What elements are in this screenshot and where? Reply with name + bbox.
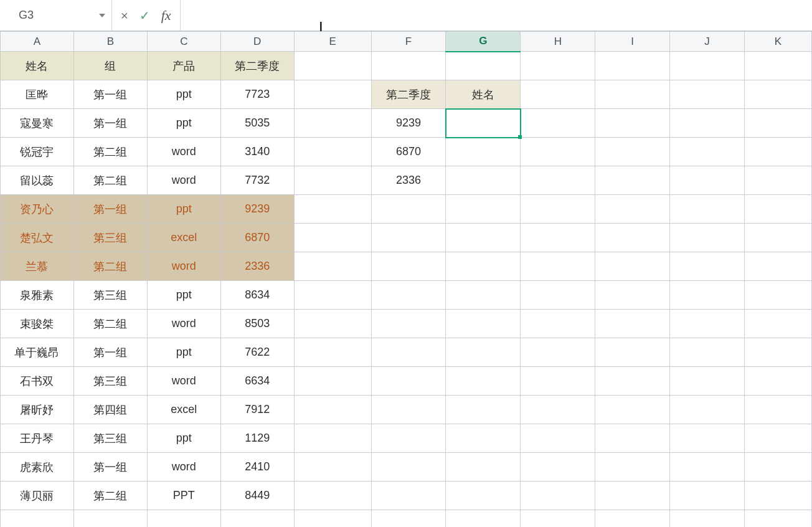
cell-F9[interactable] [371,281,446,310]
cell-C4[interactable]: word [147,138,220,166]
cell-K9[interactable] [745,281,812,310]
cell-A13[interactable]: 屠昕妤 [1,396,74,424]
cell-G13[interactable] [446,396,521,424]
cell-A8[interactable]: 兰慕 [1,252,74,281]
cell-K3[interactable] [745,109,812,138]
cell-J8[interactable] [670,252,745,281]
cell-J7[interactable] [670,224,745,252]
cell-B6[interactable]: 第一组 [73,195,147,224]
cell-F8[interactable] [371,252,446,281]
cell-I16[interactable] [595,482,670,510]
cell-D8[interactable]: 2336 [220,252,294,281]
cell-C16[interactable]: PPT [147,482,220,510]
col-header-F[interactable]: F [371,32,446,52]
cell-I10[interactable] [595,310,670,338]
cell-G14[interactable] [446,424,521,453]
cell-D11[interactable]: 7622 [220,338,294,367]
cell-I5[interactable] [595,166,670,195]
cell-D6[interactable]: 9239 [220,195,294,224]
cell-E5[interactable] [294,166,371,195]
confirm-icon[interactable]: ✓ [139,9,150,22]
cell-K14[interactable] [745,424,812,453]
cell-H17[interactable] [521,510,595,528]
col-header-C[interactable]: C [147,32,220,52]
cell-D2[interactable]: 7723 [220,80,294,109]
cell-B14[interactable]: 第三组 [73,424,147,453]
cancel-icon[interactable]: × [121,9,128,22]
cell-I8[interactable] [595,252,670,281]
cell-B2[interactable]: 第一组 [73,80,147,109]
cell-G9[interactable] [446,281,521,310]
cell-A15[interactable]: 虎素欣 [1,453,74,482]
cell-H11[interactable] [521,338,595,367]
cell-G3[interactable] [446,109,521,138]
cell-G17[interactable] [446,510,521,528]
cell-K17[interactable] [745,510,812,528]
cell-E14[interactable] [294,424,371,453]
col-header-E[interactable]: E [294,32,371,52]
cell-A7[interactable]: 楚弘文 [1,224,74,252]
cell-I13[interactable] [595,396,670,424]
grid-table[interactable]: A B C D E F G H I J K 姓名 组 产品 第二季度 [0,31,812,527]
fx-icon[interactable]: fx [161,9,171,22]
cell-I12[interactable] [595,367,670,396]
cell-G12[interactable] [446,367,521,396]
cell-K2[interactable] [745,80,812,109]
cell-I15[interactable] [595,453,670,482]
cell-D3[interactable]: 5035 [220,109,294,138]
cell-E3[interactable] [294,109,371,138]
cell-D17[interactable] [220,510,294,528]
cell-F10[interactable] [371,310,446,338]
cell-I9[interactable] [595,281,670,310]
cell-C13[interactable]: excel [147,396,220,424]
cell-I3[interactable] [595,109,670,138]
cell-J2[interactable] [670,80,745,109]
cell-K1[interactable] [745,52,812,80]
cell-H14[interactable] [521,424,595,453]
cell-A16[interactable]: 薄贝丽 [1,482,74,510]
cell-I14[interactable] [595,424,670,453]
cell-D7[interactable]: 6870 [220,224,294,252]
cell-B13[interactable]: 第四组 [73,396,147,424]
cell-E10[interactable] [294,310,371,338]
cell-F16[interactable] [371,482,446,510]
cell-J15[interactable] [670,453,745,482]
cell-E12[interactable] [294,367,371,396]
cell-K10[interactable] [745,310,812,338]
cell-A14[interactable]: 王丹琴 [1,424,74,453]
cell-H6[interactable] [521,195,595,224]
cell-C2[interactable]: ppt [147,80,220,109]
cell-C5[interactable]: word [147,166,220,195]
col-header-D[interactable]: D [220,32,294,52]
col-header-B[interactable]: B [73,32,147,52]
cell-G16[interactable] [446,482,521,510]
cell-K8[interactable] [745,252,812,281]
cell-C11[interactable]: ppt [147,338,220,367]
cell-G15[interactable] [446,453,521,482]
cell-A6[interactable]: 资乃心 [1,195,74,224]
cell-I4[interactable] [595,138,670,166]
col-header-K[interactable]: K [745,32,812,52]
cell-A4[interactable]: 锐冠宇 [1,138,74,166]
cell-B17[interactable] [73,510,147,528]
cell-H15[interactable] [521,453,595,482]
cell-J11[interactable] [670,338,745,367]
col-header-I[interactable]: I [595,32,670,52]
cell-K16[interactable] [745,482,812,510]
cell-D12[interactable]: 6634 [220,367,294,396]
cell-E9[interactable] [294,281,371,310]
cell-F1[interactable] [371,52,446,80]
cell-C9[interactable]: ppt [147,281,220,310]
cell-B8[interactable]: 第二组 [73,252,147,281]
cell-E2[interactable] [294,80,371,109]
cell-A10[interactable]: 束骏桀 [1,310,74,338]
cell-F11[interactable] [371,338,446,367]
cell-C10[interactable]: word [147,310,220,338]
cell-K5[interactable] [745,166,812,195]
cell-E8[interactable] [294,252,371,281]
cell-B3[interactable]: 第一组 [73,109,147,138]
cell-H8[interactable] [521,252,595,281]
cell-C14[interactable]: ppt [147,424,220,453]
cell-A11[interactable]: 单于巍昂 [1,338,74,367]
cell-K13[interactable] [745,396,812,424]
